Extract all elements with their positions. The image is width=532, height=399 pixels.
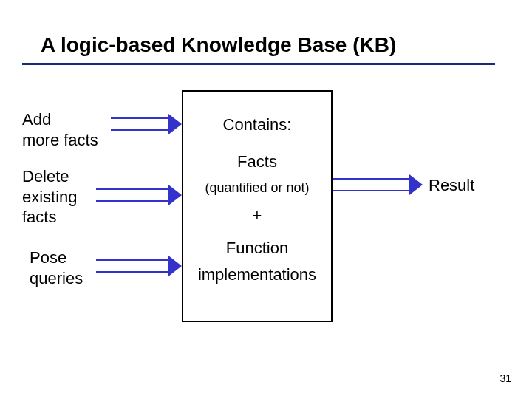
kb-quantified: (quantified or not) bbox=[183, 180, 331, 196]
label-result: Result bbox=[429, 176, 474, 195]
kb-contains: Contains: bbox=[183, 115, 331, 134]
arrow-pose-icon bbox=[96, 259, 182, 273]
svg-marker-2 bbox=[168, 114, 182, 134]
arrow-add-icon bbox=[111, 117, 182, 132]
page-number: 31 bbox=[499, 372, 511, 384]
svg-marker-5 bbox=[168, 185, 182, 205]
label-delete-existing-facts: Delete existing facts bbox=[22, 166, 78, 228]
kb-function: Function bbox=[183, 239, 331, 258]
title-underline bbox=[22, 63, 495, 65]
label-add-more-facts: Add more facts bbox=[22, 109, 98, 150]
label-pose-queries: Pose queries bbox=[30, 248, 83, 288]
arrow-delete-icon bbox=[96, 188, 182, 202]
kb-plus: + bbox=[183, 206, 331, 225]
svg-marker-11 bbox=[409, 174, 423, 195]
page-title: A logic-based Knowledge Base (KB) bbox=[41, 33, 396, 57]
svg-marker-8 bbox=[168, 256, 182, 276]
kb-facts: Facts bbox=[183, 152, 331, 171]
arrow-result-icon bbox=[332, 177, 423, 192]
kb-box: Contains: Facts (quantified or not) + Fu… bbox=[182, 90, 332, 322]
kb-implementations: implementations bbox=[183, 265, 331, 284]
